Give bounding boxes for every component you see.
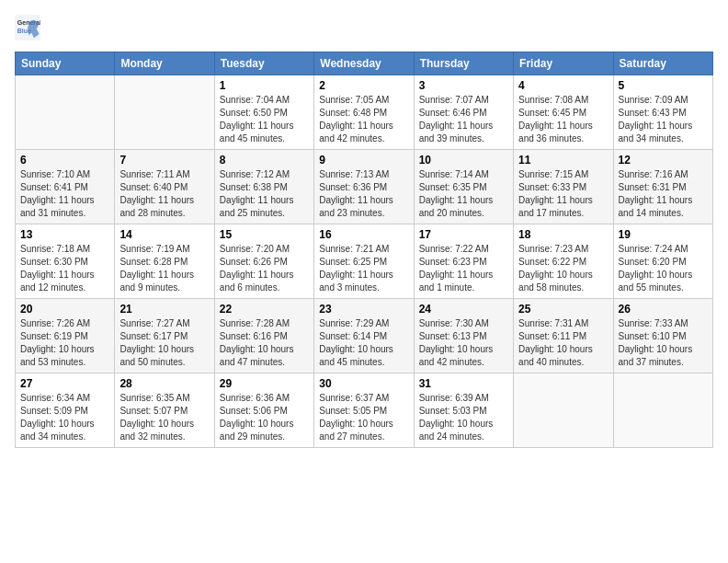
day-cell [514, 373, 613, 448]
day-info: Sunrise: 7:09 AM Sunset: 6:43 PM Dayligh… [619, 94, 708, 145]
day-info: Sunrise: 6:36 AM Sunset: 5:06 PM Dayligh… [220, 392, 309, 443]
day-number: 6 [20, 154, 109, 167]
day-number: 31 [419, 377, 508, 390]
day-info: Sunrise: 7:31 AM Sunset: 6:11 PM Dayligh… [518, 317, 608, 369]
day-info: Sunrise: 7:11 AM Sunset: 6:40 PM Dayligh… [119, 168, 209, 220]
day-cell: 17Sunrise: 7:22 AM Sunset: 6:23 PM Dayli… [414, 224, 513, 299]
day-cell: 10Sunrise: 7:14 AM Sunset: 6:35 PM Dayli… [414, 150, 513, 224]
day-number: 20 [20, 303, 109, 316]
day-info: Sunrise: 7:07 AM Sunset: 6:46 PM Dayligh… [419, 94, 508, 145]
day-cell: 23Sunrise: 7:29 AM Sunset: 6:14 PM Dayli… [314, 299, 414, 373]
col-header-monday: Monday [115, 52, 214, 75]
day-number: 30 [319, 377, 408, 390]
day-info: Sunrise: 7:29 AM Sunset: 6:14 PM Dayligh… [319, 317, 408, 369]
day-info: Sunrise: 7:26 AM Sunset: 6:19 PM Dayligh… [20, 317, 109, 369]
day-number: 29 [220, 377, 309, 390]
day-number: 10 [419, 154, 508, 167]
day-number: 18 [518, 228, 608, 241]
day-cell: 14Sunrise: 7:19 AM Sunset: 6:28 PM Dayli… [115, 224, 214, 299]
day-number: 17 [419, 228, 508, 241]
day-number: 8 [220, 154, 309, 167]
day-cell: 28Sunrise: 6:35 AM Sunset: 5:07 PM Dayli… [115, 373, 214, 448]
day-cell [16, 75, 115, 150]
day-cell: 22Sunrise: 7:28 AM Sunset: 6:16 PM Dayli… [214, 299, 313, 373]
day-cell: 15Sunrise: 7:20 AM Sunset: 6:26 PM Dayli… [214, 224, 313, 299]
day-info: Sunrise: 7:13 AM Sunset: 6:36 PM Dayligh… [319, 168, 408, 220]
day-cell [115, 75, 214, 150]
day-info: Sunrise: 7:04 AM Sunset: 6:50 PM Dayligh… [220, 94, 309, 145]
day-number: 1 [220, 79, 309, 92]
day-number: 15 [220, 228, 309, 241]
day-number: 28 [119, 377, 209, 390]
day-number: 3 [419, 79, 508, 92]
day-info: Sunrise: 7:14 AM Sunset: 6:35 PM Dayligh… [419, 168, 508, 220]
day-info: Sunrise: 7:10 AM Sunset: 6:41 PM Dayligh… [20, 168, 109, 220]
day-number: 16 [319, 228, 408, 241]
day-cell: 7Sunrise: 7:11 AM Sunset: 6:40 PM Daylig… [115, 150, 214, 224]
col-header-tuesday: Tuesday [214, 52, 313, 75]
day-info: Sunrise: 7:30 AM Sunset: 6:13 PM Dayligh… [419, 317, 508, 369]
day-number: 2 [319, 79, 408, 92]
day-cell: 26Sunrise: 7:33 AM Sunset: 6:10 PM Dayli… [613, 299, 712, 373]
week-row-4: 20Sunrise: 7:26 AM Sunset: 6:19 PM Dayli… [16, 299, 713, 373]
day-number: 19 [619, 228, 708, 241]
col-header-thursday: Thursday [414, 52, 513, 75]
day-cell: 29Sunrise: 6:36 AM Sunset: 5:06 PM Dayli… [214, 373, 313, 448]
col-header-wednesday: Wednesday [314, 52, 414, 75]
day-cell: 27Sunrise: 6:34 AM Sunset: 5:09 PM Dayli… [16, 373, 115, 448]
day-cell: 4Sunrise: 7:08 AM Sunset: 6:45 PM Daylig… [514, 75, 613, 150]
week-row-3: 13Sunrise: 7:18 AM Sunset: 6:30 PM Dayli… [16, 224, 713, 299]
day-number: 5 [619, 79, 708, 92]
day-number: 27 [20, 377, 109, 390]
day-cell: 19Sunrise: 7:24 AM Sunset: 6:20 PM Dayli… [613, 224, 712, 299]
day-number: 4 [518, 79, 608, 92]
day-cell [613, 373, 712, 448]
day-number: 22 [220, 303, 309, 316]
day-cell: 31Sunrise: 6:39 AM Sunset: 5:03 PM Dayli… [414, 373, 513, 448]
day-cell: 20Sunrise: 7:26 AM Sunset: 6:19 PM Dayli… [16, 299, 115, 373]
col-header-friday: Friday [514, 52, 613, 75]
page-header: General Blue [15, 15, 713, 40]
day-info: Sunrise: 7:22 AM Sunset: 6:23 PM Dayligh… [419, 243, 508, 294]
day-number: 7 [119, 154, 209, 167]
day-info: Sunrise: 7:16 AM Sunset: 6:31 PM Dayligh… [619, 168, 708, 220]
day-number: 12 [619, 154, 708, 167]
day-info: Sunrise: 6:37 AM Sunset: 5:05 PM Dayligh… [319, 392, 408, 443]
week-row-1: 1Sunrise: 7:04 AM Sunset: 6:50 PM Daylig… [16, 75, 713, 150]
day-number: 9 [319, 154, 408, 167]
calendar-header-row: SundayMondayTuesdayWednesdayThursdayFrid… [16, 52, 713, 75]
col-header-saturday: Saturday [613, 52, 712, 75]
week-row-2: 6Sunrise: 7:10 AM Sunset: 6:41 PM Daylig… [16, 150, 713, 224]
day-info: Sunrise: 7:19 AM Sunset: 6:28 PM Dayligh… [119, 243, 209, 294]
day-number: 24 [419, 303, 508, 316]
day-cell: 11Sunrise: 7:15 AM Sunset: 6:33 PM Dayli… [514, 150, 613, 224]
day-cell: 3Sunrise: 7:07 AM Sunset: 6:46 PM Daylig… [414, 75, 513, 150]
logo: General Blue [15, 15, 44, 40]
day-info: Sunrise: 7:20 AM Sunset: 6:26 PM Dayligh… [220, 243, 309, 294]
day-info: Sunrise: 7:33 AM Sunset: 6:10 PM Dayligh… [619, 317, 708, 369]
day-number: 13 [20, 228, 109, 241]
day-info: Sunrise: 6:39 AM Sunset: 5:03 PM Dayligh… [419, 392, 508, 443]
day-cell: 12Sunrise: 7:16 AM Sunset: 6:31 PM Dayli… [613, 150, 712, 224]
day-cell: 2Sunrise: 7:05 AM Sunset: 6:48 PM Daylig… [314, 75, 414, 150]
day-cell: 5Sunrise: 7:09 AM Sunset: 6:43 PM Daylig… [613, 75, 712, 150]
day-cell: 25Sunrise: 7:31 AM Sunset: 6:11 PM Dayli… [514, 299, 613, 373]
week-row-5: 27Sunrise: 6:34 AM Sunset: 5:09 PM Dayli… [16, 373, 713, 448]
day-number: 21 [119, 303, 209, 316]
day-cell: 9Sunrise: 7:13 AM Sunset: 6:36 PM Daylig… [314, 150, 414, 224]
day-info: Sunrise: 7:27 AM Sunset: 6:17 PM Dayligh… [119, 317, 209, 369]
day-info: Sunrise: 7:23 AM Sunset: 6:22 PM Dayligh… [518, 243, 608, 294]
day-cell: 21Sunrise: 7:27 AM Sunset: 6:17 PM Dayli… [115, 299, 214, 373]
day-info: Sunrise: 7:05 AM Sunset: 6:48 PM Dayligh… [319, 94, 408, 145]
col-header-sunday: Sunday [16, 52, 115, 75]
day-info: Sunrise: 7:21 AM Sunset: 6:25 PM Dayligh… [319, 243, 408, 294]
day-info: Sunrise: 7:08 AM Sunset: 6:45 PM Dayligh… [518, 94, 608, 145]
day-info: Sunrise: 7:24 AM Sunset: 6:20 PM Dayligh… [619, 243, 708, 294]
day-cell: 6Sunrise: 7:10 AM Sunset: 6:41 PM Daylig… [16, 150, 115, 224]
day-info: Sunrise: 7:15 AM Sunset: 6:33 PM Dayligh… [518, 168, 608, 220]
logo-icon: General Blue [15, 15, 40, 40]
day-number: 14 [119, 228, 209, 241]
day-info: Sunrise: 6:35 AM Sunset: 5:07 PM Dayligh… [119, 392, 209, 443]
day-info: Sunrise: 7:12 AM Sunset: 6:38 PM Dayligh… [220, 168, 309, 220]
day-number: 25 [518, 303, 608, 316]
